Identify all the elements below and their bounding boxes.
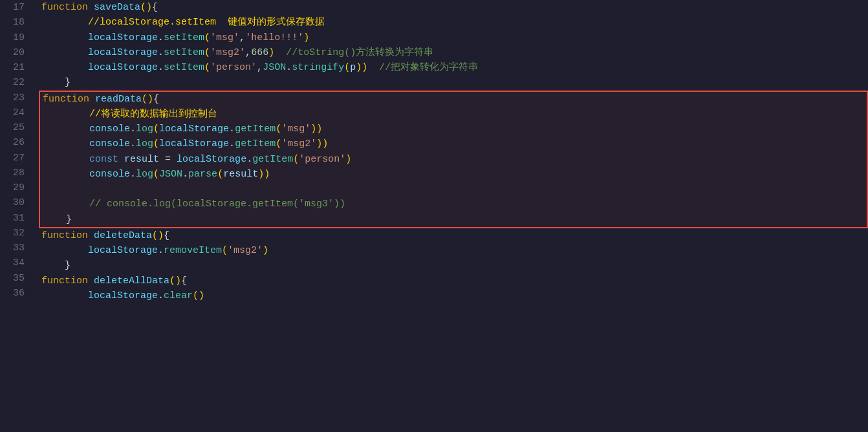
code-line-23: function readData(){ [43,92,867,107]
code-line-21: localStorage.setItem('person',JSON.strin… [41,60,868,75]
line-num-19: 19 [5,30,25,45]
line-num-25: 25 [5,120,25,135]
code-line-28: console.log(JSON.parse(result)) [43,167,867,182]
highlighted-block: function readData(){ //将读取的数据输出到控制台 cons… [39,91,868,228]
code-editor: 17 18 19 20 21 22 23 24 25 26 27 28 29 3… [0,0,868,432]
code-line-18: //localStorage.setItem 键值对的形式保存数据 [41,15,868,30]
code-line-27: const result = localStorage.getItem('per… [43,152,867,167]
code-line-30: // console.log(localStorage.getItem('msg… [43,197,867,211]
line-num-30: 30 [5,195,25,210]
code-line-20: localStorage.setItem('msg2',666) //toStr… [41,45,868,60]
line-num-28: 28 [5,166,25,180]
code-line-26: console.log(localStorage.getItem('msg2')… [43,136,867,151]
line-num-32: 32 [5,226,25,241]
line-numbers: 17 18 19 20 21 22 23 24 25 26 27 28 29 3… [0,0,35,432]
code-line-25: console.log(localStorage.getItem('msg')) [43,122,867,136]
code-line-32: function deleteData(){ [41,228,868,243]
line-num-35: 35 [5,271,25,286]
code-content: function saveData(){ //localStorage.setI… [35,0,868,432]
line-num-24: 24 [5,105,25,120]
code-line-22: } [41,75,868,90]
line-num-31: 31 [5,211,25,226]
code-line-31: } [43,212,867,227]
code-line-17: function saveData(){ [41,0,868,15]
line-num-26: 26 [5,135,25,150]
line-num-22: 22 [5,75,25,90]
line-num-29: 29 [5,180,25,195]
code-line-24: //将读取的数据输出到控制台 [43,107,867,122]
line-num-34: 34 [5,255,25,270]
code-line-19: localStorage.setItem('msg','hello!!!') [41,30,868,45]
code-line-29 [43,182,867,197]
code-line-35: function deleteAllData(){ [41,274,868,288]
code-line-34: } [41,258,868,273]
line-num-20: 20 [5,45,25,60]
line-num-18: 18 [5,15,25,30]
line-num-33: 33 [5,241,25,255]
line-num-27: 27 [5,151,25,166]
line-num-36: 36 [5,286,25,301]
line-num-21: 21 [5,60,25,75]
code-line-36: localStorage.clear() [41,288,868,303]
line-num-23: 23 [5,91,25,105]
code-line-33: localStorage.removeItem('msg2') [41,243,868,258]
line-num-17: 17 [5,0,25,15]
